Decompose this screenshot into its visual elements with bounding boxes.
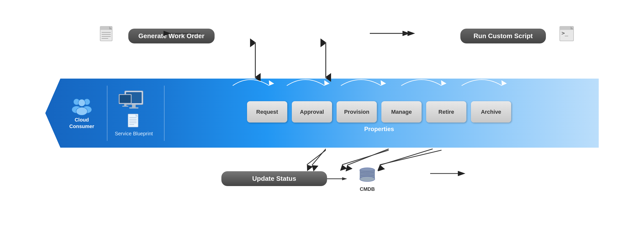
computer-icon	[116, 90, 151, 117]
blue-band: CloudConsumer	[45, 79, 599, 148]
diagram-container: Generate Work Order Run Custom Script >_	[45, 15, 599, 215]
stage-retire: Retire	[426, 101, 466, 123]
svg-point-50	[360, 177, 375, 182]
cmdb-icon: CMDB	[357, 165, 377, 192]
svg-line-64	[380, 150, 441, 165]
properties-label: Properties	[364, 126, 394, 133]
database-icon	[357, 165, 377, 185]
stage-boxes-row: Request Approval Provision Manage Retire…	[247, 101, 511, 123]
stage-request: Request	[247, 101, 287, 123]
blueprint-section: Service Blueprint	[111, 90, 156, 137]
cloud-consumer-section: CloudConsumer	[65, 97, 98, 130]
stages-section: Request Approval Provision Manage Retire…	[170, 94, 589, 133]
cloud-consumer-label: CloudConsumer	[69, 117, 94, 130]
stage-manage: Manage	[381, 101, 422, 123]
terminal-icon: >_	[556, 25, 579, 47]
svg-rect-36	[119, 95, 131, 103]
people-icon	[69, 97, 94, 116]
svg-text:>_: >_	[561, 30, 568, 36]
bottom-row: Update Status CMDB	[221, 165, 377, 192]
svg-line-11	[380, 149, 433, 165]
svg-line-10	[347, 149, 389, 165]
svg-line-9	[312, 149, 326, 165]
generate-work-order-button[interactable]: Generate Work Order	[128, 29, 215, 43]
run-custom-script-button[interactable]: Run Custom Script	[460, 29, 546, 43]
cmdb-arrow	[327, 176, 347, 181]
blueprint-doc-icon	[127, 113, 141, 130]
svg-rect-38	[122, 106, 128, 107]
svg-line-63	[342, 150, 389, 165]
band-divider-1	[107, 86, 107, 141]
service-blueprint-label: Service Blueprint	[115, 130, 153, 137]
update-status-button[interactable]: Update Status	[221, 171, 327, 186]
stage-provision: Provision	[337, 101, 377, 123]
stage-approval: Approval	[292, 101, 332, 123]
stage-archive: Archive	[471, 101, 511, 123]
svg-rect-34	[129, 107, 139, 108]
svg-rect-33	[132, 104, 136, 107]
svg-rect-37	[124, 104, 127, 105]
band-divider-2	[164, 86, 165, 141]
svg-marker-47	[342, 177, 347, 180]
svg-point-29	[76, 107, 88, 115]
svg-line-62	[307, 150, 326, 165]
document-icon	[96, 25, 118, 47]
top-row: Generate Work Order Run Custom Script >_	[96, 25, 579, 47]
svg-point-28	[78, 99, 85, 106]
cmdb-label: CMDB	[360, 186, 375, 192]
